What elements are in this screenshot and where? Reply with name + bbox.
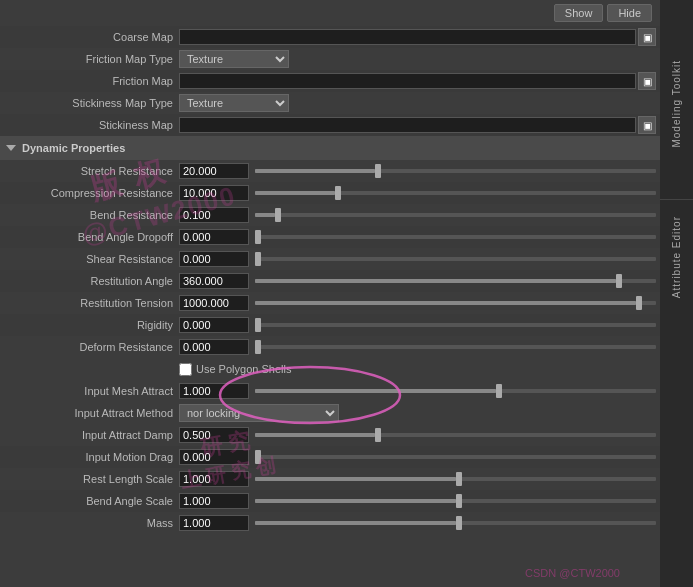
use-polygon-shells-label: Use Polygon Shells	[196, 363, 291, 375]
shear-resistance-row: Shear Resistance	[0, 248, 660, 270]
input-attract-damp-input[interactable]	[179, 427, 249, 443]
friction-map-input[interactable]	[179, 73, 636, 89]
shear-resistance-label: Shear Resistance	[4, 253, 179, 265]
restitution-tension-label: Restitution Tension	[4, 297, 179, 309]
stickiness-map-type-select[interactable]: Texture Uniform	[179, 94, 289, 112]
stretch-resistance-row: Stretch Resistance	[0, 160, 660, 182]
input-motion-drag-input[interactable]	[179, 449, 249, 465]
friction-map-type-select[interactable]: Texture Uniform	[179, 50, 289, 68]
use-polygon-shells-row: Use Polygon Shells	[0, 358, 660, 380]
restitution-tension-input[interactable]	[179, 295, 249, 311]
main-panel: Show Hide Coarse Map ▣ Friction Map Type…	[0, 0, 660, 587]
mass-input[interactable]	[179, 515, 249, 531]
bend-angle-scale-label: Bend Angle Scale	[4, 495, 179, 507]
stretch-resistance-slider[interactable]	[255, 169, 656, 173]
attribute-editor-section: Attribute Editor	[660, 200, 693, 587]
stickiness-map-row: Stickiness Map ▣	[0, 114, 660, 136]
stickiness-map-label: Stickiness Map	[4, 119, 179, 131]
input-mesh-attract-label: Input Mesh Attract	[4, 385, 179, 397]
mass-slider[interactable]	[255, 521, 656, 525]
rest-length-scale-label: Rest Length Scale	[4, 473, 179, 485]
friction-map-btn[interactable]: ▣	[638, 72, 656, 90]
rest-length-scale-input[interactable]	[179, 471, 249, 487]
friction-map-row: Friction Map ▣	[0, 70, 660, 92]
rigidity-slider[interactable]	[255, 323, 656, 327]
stickiness-map-type-label: Stickiness Map Type	[4, 97, 179, 109]
input-motion-drag-row: Input Motion Drag	[0, 446, 660, 468]
bend-angle-dropoff-row: Bend Angle Dropoff	[0, 226, 660, 248]
bend-angle-dropoff-input[interactable]	[179, 229, 249, 245]
deform-resistance-row: Deform Resistance	[0, 336, 660, 358]
stretch-resistance-input[interactable]	[179, 163, 249, 179]
modeling-toolkit-section: Modeling Toolkit	[660, 0, 693, 200]
input-motion-drag-slider[interactable]	[255, 455, 656, 459]
restitution-tension-slider[interactable]	[255, 301, 656, 305]
use-polygon-shells-checkbox[interactable]	[179, 363, 192, 376]
restitution-angle-row: Restitution Angle	[0, 270, 660, 292]
deform-resistance-input[interactable]	[179, 339, 249, 355]
section-arrow-icon	[6, 145, 16, 151]
input-attract-damp-row: Input Attract Damp	[0, 424, 660, 446]
restitution-tension-row: Restitution Tension	[0, 292, 660, 314]
top-bar: Show Hide	[0, 0, 660, 26]
input-attract-damp-slider[interactable]	[255, 433, 656, 437]
compression-resistance-slider[interactable]	[255, 191, 656, 195]
dynamic-properties-header[interactable]: Dynamic Properties	[0, 136, 660, 160]
rigidity-label: Rigidity	[4, 319, 179, 331]
stickiness-map-type-row: Stickiness Map Type Texture Uniform	[0, 92, 660, 114]
show-button[interactable]: Show	[554, 4, 604, 22]
bend-resistance-slider[interactable]	[255, 213, 656, 217]
coarse-map-btn[interactable]: ▣	[638, 28, 656, 46]
bend-resistance-label: Bend Resistance	[4, 209, 179, 221]
input-mesh-attract-input[interactable]	[179, 383, 249, 399]
modeling-toolkit-label: Modeling Toolkit	[671, 60, 682, 148]
hide-button[interactable]: Hide	[607, 4, 652, 22]
compression-resistance-input[interactable]	[179, 185, 249, 201]
compression-resistance-label: Compression Resistance	[4, 187, 179, 199]
bend-angle-dropoff-slider[interactable]	[255, 235, 656, 239]
bend-resistance-row: Bend Resistance	[0, 204, 660, 226]
friction-map-label: Friction Map	[4, 75, 179, 87]
coarse-map-input[interactable]	[179, 29, 636, 45]
input-mesh-attract-row: Input Mesh Attract	[0, 380, 660, 402]
bend-angle-scale-row: Bend Angle Scale	[0, 490, 660, 512]
coarse-map-label: Coarse Map	[4, 31, 179, 43]
stickiness-map-input[interactable]	[179, 117, 636, 133]
shear-resistance-slider[interactable]	[255, 257, 656, 261]
rigidity-input[interactable]	[179, 317, 249, 333]
deform-resistance-slider[interactable]	[255, 345, 656, 349]
attribute-editor-label: Attribute Editor	[671, 216, 682, 298]
input-attract-method-row: Input Attract Method nor locking locking	[0, 402, 660, 424]
compression-resistance-row: Compression Resistance	[0, 182, 660, 204]
friction-map-type-label: Friction Map Type	[4, 53, 179, 65]
bend-angle-scale-slider[interactable]	[255, 499, 656, 503]
dynamic-properties-title: Dynamic Properties	[22, 142, 125, 154]
bend-angle-scale-input[interactable]	[179, 493, 249, 509]
rest-length-scale-slider[interactable]	[255, 477, 656, 481]
friction-map-type-row: Friction Map Type Texture Uniform	[0, 48, 660, 70]
stretch-resistance-label: Stretch Resistance	[4, 165, 179, 177]
scroll-area[interactable]: Coarse Map ▣ Friction Map Type Texture U…	[0, 26, 660, 583]
restitution-angle-label: Restitution Angle	[4, 275, 179, 287]
rigidity-row: Rigidity	[0, 314, 660, 336]
mass-row: Mass	[0, 512, 660, 534]
restitution-angle-input[interactable]	[179, 273, 249, 289]
restitution-angle-slider[interactable]	[255, 279, 656, 283]
right-sidebar: Modeling Toolkit Attribute Editor	[660, 0, 693, 587]
coarse-map-row: Coarse Map ▣	[0, 26, 660, 48]
shear-resistance-input[interactable]	[179, 251, 249, 267]
input-attract-damp-label: Input Attract Damp	[4, 429, 179, 441]
rest-length-scale-row: Rest Length Scale	[0, 468, 660, 490]
mass-label: Mass	[4, 517, 179, 529]
bend-angle-dropoff-label: Bend Angle Dropoff	[4, 231, 179, 243]
bend-resistance-input[interactable]	[179, 207, 249, 223]
input-attract-method-label: Input Attract Method	[4, 407, 179, 419]
input-motion-drag-label: Input Motion Drag	[4, 451, 179, 463]
deform-resistance-label: Deform Resistance	[4, 341, 179, 353]
input-mesh-attract-slider[interactable]	[255, 389, 656, 393]
input-attract-method-select[interactable]: nor locking locking	[179, 404, 339, 422]
stickiness-map-btn[interactable]: ▣	[638, 116, 656, 134]
